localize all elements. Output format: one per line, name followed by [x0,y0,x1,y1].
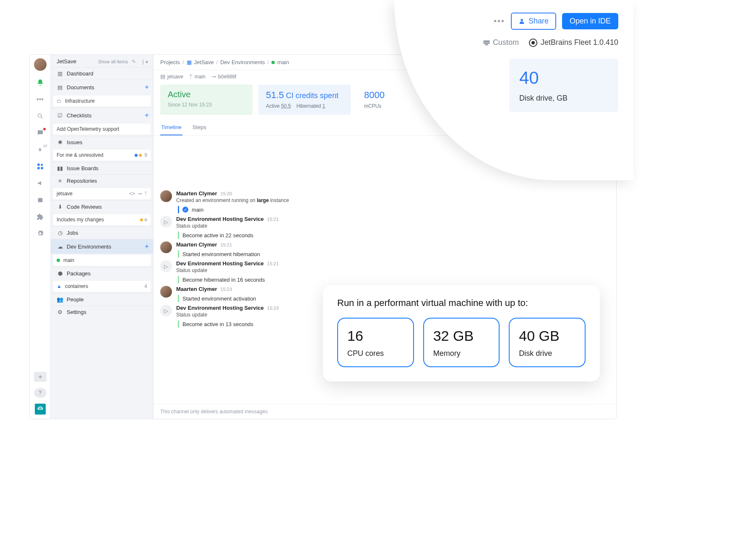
boards-icon: ▮▮ [57,165,63,171]
repos-label: Repositories [67,178,149,184]
cpu-label: CPU cores [347,349,404,358]
boards-label: Issue Boards [67,165,149,171]
bell-icon[interactable] [34,78,47,88]
svg-rect-2 [37,167,39,169]
puzzle-icon[interactable] [34,212,47,222]
status-title: Active [168,90,245,99]
accent-bar [178,320,179,328]
event-detail: Started environment activation [176,295,256,302]
credits-number: 51.5 [266,90,284,100]
sidebar-item-settings[interactable]: ⚙ Settings [51,306,153,318]
subcrumb-commit[interactable]: b0e986f [218,74,236,80]
credits-hibernated-value: 1 [323,103,325,109]
add-checklist-icon[interactable]: + [145,111,149,119]
repo-item[interactable]: jetsave <> ⊸ ᛘ [53,188,151,199]
people-label: People [67,296,149,303]
event-detail-text: Become active in 13 seconds [182,321,253,327]
event-description: Created an environment running on large … [176,197,289,203]
subcrumb-repo[interactable]: jetsave [167,74,183,80]
sidebar-item-boards[interactable]: ▮▮ Issue Boards [51,162,153,174]
gear-icon[interactable] [34,228,47,239]
add-icon[interactable] [34,372,47,382]
sidebar-item-reviews[interactable]: ⬇ Code Reviews [51,200,153,213]
timestamp: 15:21 [267,217,279,222]
bolt-icon[interactable]: 10 [34,145,47,155]
open-ide-button[interactable]: Open in IDE [562,13,618,29]
share-button[interactable]: Share [511,13,556,30]
org-logo[interactable] [35,404,46,415]
crumb-projects[interactable]: Projects [160,59,180,65]
chat-icon[interactable] [34,128,47,138]
branch-icon[interactable]: ᛘ [144,191,147,197]
event-detail: Become active in 22 seconds [176,231,279,239]
tab-timeline[interactable]: Timeline [160,122,182,135]
settings-icon: ⚙ [57,309,63,315]
pencil-icon[interactable]: ✎ [130,59,137,65]
commit-icon[interactable]: ⊸ [138,191,142,197]
document-item-infrastructure[interactable]: 🗀 Infrastructure [53,96,151,106]
sidebar-item-devenv[interactable]: ☁ Dev Environments + [51,239,153,254]
svg-point-0 [38,114,41,117]
crumb-devenv[interactable]: Dev Environments [220,59,265,65]
author-name: Dev Environment Hosting Service [176,305,264,311]
issues-filter-item[interactable]: For me & unresolved 9 [53,150,151,161]
add-devenv-icon[interactable]: + [145,242,149,251]
sidebar-item-packages[interactable]: ⬢ Packages [51,267,153,280]
checklist-item[interactable]: Add OpenTelemetry support [53,124,151,135]
devenv-item-main[interactable]: main [53,255,151,266]
help-icon[interactable]: ? [34,388,47,398]
crumb-jetsave[interactable]: JetSave [194,59,214,65]
crumb-main[interactable]: main [277,59,289,65]
user-avatar[interactable] [34,58,47,71]
sidebar-item-repos[interactable]: ≡ Repositories [51,174,153,187]
sidebar-item-checklists[interactable]: ☑ Checklists + [51,108,153,122]
review-filter-item[interactable]: Includes my changes [53,214,151,225]
jobs-icon: ◷ [57,230,63,236]
sidebar-item-documents[interactable]: ▤ Documents + [51,80,153,94]
svg-rect-1 [37,163,39,166]
review-filter-label: Includes my changes [57,217,104,223]
megaphone-icon[interactable] [34,178,47,188]
credits-label: CI credits spent [286,91,338,100]
search-icon[interactable] [34,111,47,121]
timeline-item: Maarten Clymer15:20Created an environmen… [160,190,609,213]
project-name: JetSave [57,58,96,65]
briefcase-icon[interactable] [34,195,47,205]
add-document-icon[interactable]: + [145,83,149,91]
code-icon[interactable]: <> [129,191,135,197]
person-icon [518,18,525,25]
more-icon[interactable]: ••• [34,94,47,104]
spec-disk-label: Disk drive [519,349,575,358]
dashboard-label: Dashboard [67,70,149,77]
event-detail-text: Started environment hibernation [182,251,260,257]
collapse-icon[interactable]: ❘◂ [140,59,149,65]
timestamp: 15:21 [221,242,232,247]
sidebar-item-jobs[interactable]: ◷ Jobs [51,226,153,239]
user-avatar [160,241,172,253]
issues-count: 9 [144,152,147,158]
accent-bar [178,231,179,239]
more-icon[interactable]: ••• [494,16,505,26]
instance-type[interactable]: Custom [483,38,519,47]
memory-label: Memory [433,349,490,358]
svg-point-4 [521,19,523,21]
sidebar-item-dashboard[interactable]: ▥ Dashboard [51,67,153,80]
show-all-items-link[interactable]: Show all items [98,59,128,64]
tab-steps[interactable]: Steps [192,122,207,135]
svg-rect-3 [41,167,43,169]
package-item[interactable]: ▲ containers 4 [53,281,151,292]
subcrumb-branch[interactable]: main [195,74,206,80]
sidebar-item-people[interactable]: 👥 People [51,293,153,306]
timeline-item: Maarten Clymer15:21Started environment h… [160,241,609,258]
repo-icon: ▤ [160,73,165,80]
server-icon [483,40,490,46]
credits-active-value: 50.5 [281,103,291,109]
documents-icon: ▤ [57,84,63,91]
bolt-count: 10 [43,144,47,148]
spec-disk-value: 40 GB [519,328,575,344]
ide-selector[interactable]: JetBrains Fleet 1.0.410 [529,38,618,47]
apps-icon[interactable] [34,161,47,171]
accent-bar [178,206,179,213]
sidebar-item-issues[interactable]: ✱ Issues [51,136,153,148]
specs-title: Run in a performant virtual machine with… [337,298,586,309]
